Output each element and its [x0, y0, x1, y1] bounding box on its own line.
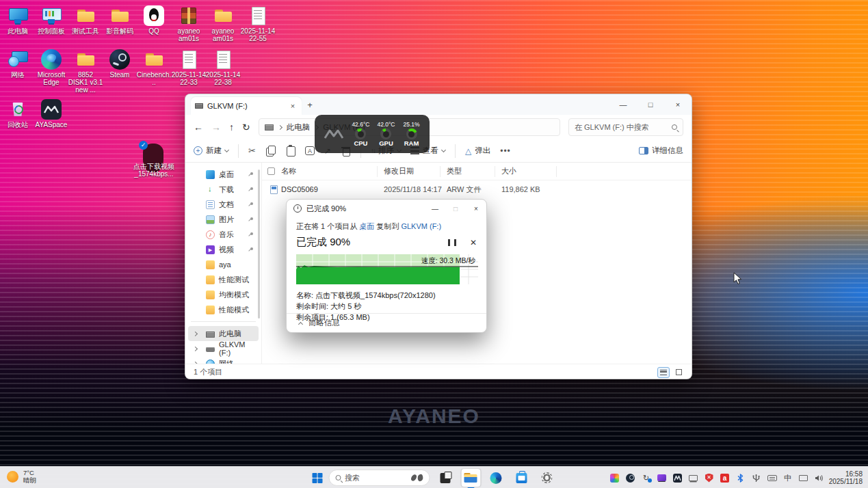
sidebar-scrollbar[interactable] [258, 170, 260, 318]
dialog-close-button[interactable]: × [466, 200, 486, 217]
desktop-icon-steam[interactable]: Steam [102, 49, 137, 79]
taskbar-search[interactable]: 搜索 [328, 470, 430, 486]
taskbar-store[interactable] [512, 469, 531, 487]
expand-chevron-icon[interactable] [193, 331, 198, 336]
tray-sync-icon[interactable]: ↻ [641, 473, 651, 483]
sidebar-item-perf-test[interactable]: 性能测试 [188, 272, 259, 287]
desktop-icon-test-tools[interactable]: 测试工具 [68, 5, 103, 35]
taskbar-file-explorer[interactable] [461, 469, 480, 487]
sidebar-item-pictures[interactable]: 图片 [188, 212, 259, 227]
speed-label: 速度: 30.3 MB/秒 [421, 256, 475, 266]
copy-progress-dialog: 已完成 90% — □ × 正在将 1 个项目从 桌面 复制到 GLKVM (F… [286, 199, 487, 333]
rename-button[interactable]: A [305, 146, 315, 155]
tray-steam-icon[interactable] [625, 473, 635, 483]
weather-widget[interactable]: 7°C 晴朗 [7, 469, 36, 484]
desktop-icon-ayaneo-rar[interactable]: ayaneo am01s [171, 5, 207, 42]
dialog-maximize-button[interactable]: □ [445, 200, 466, 217]
music-icon: ♪ [206, 230, 215, 239]
sidebar-item-downloads[interactable]: 下载 [188, 182, 259, 197]
column-size[interactable]: 大小 [501, 166, 516, 176]
start-button[interactable] [312, 473, 322, 483]
desktop-icon-this-pc[interactable]: 此电脑 [0, 5, 36, 35]
tray-display-icon[interactable] [688, 473, 698, 483]
sidebar-item-documents[interactable]: 文档 [188, 197, 259, 212]
eject-button[interactable]: △ 弹出 [465, 146, 490, 156]
details-view-toggle[interactable] [657, 367, 670, 378]
column-type[interactable]: 类型 [447, 166, 462, 176]
tray-volume-icon[interactable] [814, 473, 824, 483]
column-date[interactable]: 修改日期 [384, 166, 414, 176]
tray-pen-display-icon[interactable] [798, 473, 808, 483]
desktop-icon-ayaspace[interactable]: AYASpace [34, 99, 69, 128]
sidebar-item-this-pc[interactable]: 此电脑 [188, 326, 259, 341]
fewer-details-toggle[interactable]: 简略信息 [287, 313, 486, 332]
explorer-tab[interactable]: GLKVM (F:) × [191, 97, 302, 115]
folder-icon [109, 5, 130, 26]
desktop-icon-8852-disk1[interactable]: 8852 DISK1 v3.1 new ... [68, 49, 103, 94]
window-close-button[interactable]: × [664, 94, 692, 115]
new-button[interactable]: + 新建 [194, 146, 228, 156]
desktop-icon-network[interactable]: 网络 [0, 49, 36, 79]
sidebar-item-performance-mode[interactable]: 性能模式 [188, 302, 259, 317]
tray-touch-keyboard-icon[interactable] [767, 473, 777, 483]
settings-gear-icon [541, 472, 552, 483]
cancel-copy-button[interactable]: ✕ [470, 238, 477, 247]
sidebar-item-glkvm-drive[interactable]: GLKVM (F:) [188, 341, 259, 356]
pause-button[interactable] [448, 239, 456, 246]
ime-indicator[interactable]: 中 [782, 473, 793, 483]
tray-antivirus-icon[interactable]: ✕ [704, 473, 714, 483]
breadcrumb-root[interactable]: 此电脑 [287, 122, 311, 133]
sidebar-item-aya[interactable]: aya [188, 257, 259, 272]
folder-icon [206, 290, 215, 299]
sidebar-item-desktop[interactable]: 桌面 [188, 167, 259, 182]
taskbar-clock[interactable]: 16:58 2025/11/18 [829, 470, 863, 485]
tray-gpu-software-icon[interactable] [657, 473, 667, 483]
back-button[interactable]: ← [194, 122, 203, 133]
file-row[interactable]: DSC05069 2025/11/18 14:17 ARW 文件 119,862… [262, 180, 692, 198]
column-name[interactable]: 名称 [281, 166, 296, 176]
tray-bluetooth-icon[interactable] [735, 473, 746, 483]
desktop-icon-cinebench[interactable]: Cinebench... [136, 49, 172, 86]
more-options-button[interactable]: ••• [500, 146, 511, 156]
tray-usb-icon[interactable] [751, 473, 761, 483]
up-button[interactable]: ↑ [229, 122, 234, 133]
file-list-header: 名称 修改日期 类型 大小 [262, 163, 692, 180]
paste-button[interactable] [285, 146, 295, 156]
desktop-icon-control-panel[interactable]: 控制面板 [34, 5, 69, 35]
cut-button[interactable]: ✂ [248, 146, 256, 156]
source-link[interactable]: 桌面 [359, 222, 374, 230]
desktop-icon-qq[interactable]: QQ [136, 5, 172, 35]
icons-view-toggle[interactable] [672, 367, 685, 378]
sidebar-item-balanced-mode[interactable]: 均衡模式 [188, 287, 259, 302]
forward-button[interactable]: → [211, 122, 221, 133]
window-minimize-button[interactable]: — [609, 94, 637, 115]
tray-ayaspace-icon[interactable] [672, 473, 683, 483]
desktop-icon-ayaneo-folder[interactable]: ayaneo am01s [205, 5, 241, 42]
dialog-minimize-button[interactable]: — [425, 200, 445, 217]
desktop-icon [206, 170, 215, 179]
desktop-icon-edge[interactable]: Microsoft Edge [34, 49, 69, 86]
desktop-icon-media-codec[interactable]: 影音解码 [102, 5, 137, 35]
new-tab-button[interactable]: + [302, 97, 318, 115]
expand-chevron-icon[interactable] [193, 347, 198, 351]
desktop-icon-doc-2233[interactable]: 2025-11-14 22-33 [171, 49, 207, 86]
desktop-icon-recycle-bin[interactable]: 回收站 [0, 99, 36, 128]
explorer-search-box[interactable]: 在 GLKVM (F:) 中搜索 [568, 118, 683, 136]
taskbar-edge[interactable] [486, 469, 505, 487]
refresh-button[interactable]: ↻ [242, 122, 250, 133]
sidebar-item-videos[interactable]: ▶ 视频 [188, 242, 259, 257]
copy-button[interactable] [265, 146, 276, 156]
tab-close-icon[interactable]: × [288, 102, 298, 110]
tray-color-utility-icon[interactable] [609, 473, 620, 483]
desktop-icon-doc-2238[interactable]: 2025-11-14 22-38 [205, 49, 241, 86]
tray-a-app-icon[interactable]: a [720, 473, 730, 483]
window-maximize-button[interactable]: □ [637, 94, 664, 115]
details-pane-button[interactable]: 详细信息 [639, 146, 683, 156]
taskbar-settings[interactable] [537, 469, 556, 487]
select-all-checkbox[interactable] [267, 167, 275, 175]
destination-link[interactable]: GLKVM (F:) [401, 222, 441, 230]
desktop-icon-doc-2255[interactable]: 2025-11-14 22-55 [240, 5, 276, 42]
sidebar-item-music[interactable]: ♪ 音乐 [188, 227, 259, 242]
search-placeholder: 搜索 [345, 473, 360, 483]
task-view-button[interactable] [436, 469, 455, 487]
